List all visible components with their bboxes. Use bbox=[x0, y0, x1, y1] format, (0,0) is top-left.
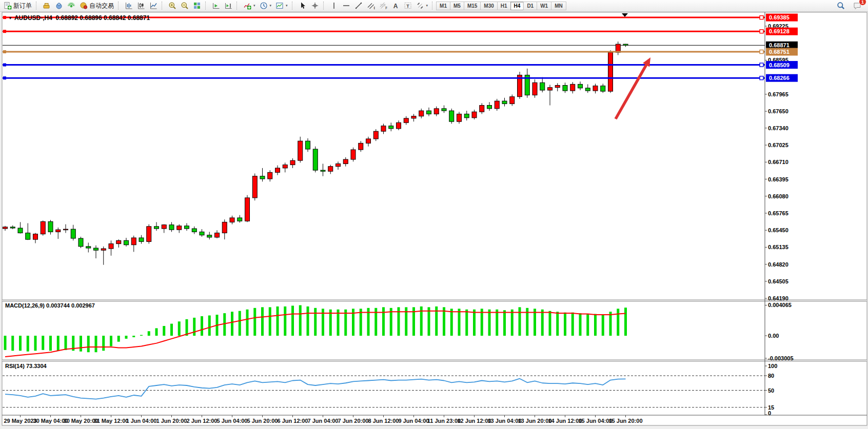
price-badge-label: 0.69385 bbox=[769, 14, 790, 21]
timeframe-m15-button[interactable]: M15 bbox=[464, 2, 481, 10]
timeframe-m30-button[interactable]: M30 bbox=[480, 2, 497, 10]
toolbar-auto-trading-label: 自动交易 bbox=[89, 2, 114, 10]
line-handle[interactable] bbox=[760, 76, 763, 80]
toolbar-vertical-line-button[interactable] bbox=[328, 0, 340, 11]
chevron-down-icon: ▾ bbox=[286, 4, 288, 8]
line-handle[interactable] bbox=[3, 16, 6, 19]
toolbar-trend-line-button[interactable] bbox=[352, 0, 365, 11]
toolbar-indicators-button[interactable]: ▾ bbox=[241, 0, 258, 11]
toolbar-cursor-button[interactable] bbox=[297, 0, 309, 11]
timeframe-w1-button[interactable]: W1 bbox=[537, 2, 551, 10]
toolbar-chart-shift-button[interactable] bbox=[222, 0, 234, 11]
candle bbox=[252, 176, 257, 198]
candle bbox=[434, 109, 439, 114]
candle bbox=[608, 52, 613, 91]
line-handle[interactable] bbox=[760, 30, 763, 33]
toolbar-new-order-button[interactable]: 新订单 bbox=[2, 0, 34, 11]
toolbar-zoom-out-button[interactable] bbox=[179, 0, 191, 11]
toolbar-line-chart-button[interactable] bbox=[147, 0, 160, 11]
toolbar-arrows-button[interactable]: ▾ bbox=[414, 0, 430, 11]
chat-button[interactable]: 1 bbox=[851, 0, 863, 11]
candle bbox=[26, 233, 30, 239]
toolbar-tile-windows-button[interactable] bbox=[191, 0, 203, 11]
price-tick-label: 0.66395 bbox=[768, 176, 788, 182]
toolbar-fibonacci-button[interactable]: F bbox=[377, 0, 389, 11]
chat-notification-badge: 1 bbox=[859, 0, 866, 6]
candle bbox=[366, 139, 371, 143]
toolbar-text-label-button[interactable]: T bbox=[402, 0, 414, 11]
candles-icon bbox=[137, 2, 145, 10]
timeframe-m5-button[interactable]: M5 bbox=[450, 2, 464, 10]
candle bbox=[404, 118, 408, 122]
chevron-down-icon: ▾ bbox=[253, 4, 255, 8]
line-handle[interactable] bbox=[3, 30, 6, 33]
time-tick-label: 9 Jun 04:00 bbox=[399, 418, 429, 424]
signals-icon bbox=[67, 2, 75, 10]
candle bbox=[116, 240, 121, 243]
candle bbox=[131, 238, 136, 245]
main-toolbar: 新订单自动交易▾▾▾EFAT▾M1M5M15M30H1H4D1W1MN1 bbox=[0, 0, 868, 12]
timeframe-h4-button[interactable]: H4 bbox=[510, 2, 524, 10]
candle bbox=[109, 244, 113, 249]
line-handle[interactable] bbox=[3, 50, 6, 53]
line-handle[interactable] bbox=[760, 50, 763, 54]
timeframe-mn-button[interactable]: MN bbox=[551, 2, 566, 10]
candle bbox=[578, 84, 583, 88]
toolbar-publisher-button[interactable] bbox=[53, 0, 65, 11]
line-handle[interactable] bbox=[3, 76, 6, 79]
time-tick-label: 1 Jun 04:00 bbox=[126, 418, 157, 424]
chart-symbol-title[interactable]: ▼AUDUSD-,H4 0.68892 0.68896 0.68842 0.68… bbox=[8, 14, 150, 22]
candle bbox=[321, 170, 325, 171]
toolbar-zoom-in-button[interactable] bbox=[166, 0, 179, 11]
chart-shift-icon bbox=[224, 2, 232, 10]
rsi-tick-label: 50 bbox=[768, 387, 774, 394]
timeframe-h1-button[interactable]: H1 bbox=[497, 2, 511, 10]
trendline-icon bbox=[354, 2, 363, 10]
bars-icon bbox=[125, 2, 133, 10]
toolbar-candles-chart-button[interactable] bbox=[135, 0, 147, 11]
toolbar-separator bbox=[118, 2, 121, 10]
toolbar-market-watch-button[interactable] bbox=[41, 0, 53, 11]
toolbar-templates-button[interactable]: ▾ bbox=[273, 0, 290, 11]
candle bbox=[230, 218, 234, 222]
toolbar-bars-chart-button[interactable] bbox=[123, 0, 135, 11]
time-tick-label: 13 Jun 04:00 bbox=[487, 418, 521, 424]
price-tick-label: 0.65450 bbox=[768, 227, 788, 233]
time-tick-label: 2 Jun 12:00 bbox=[187, 418, 218, 424]
price-tick-label: 0.67650 bbox=[768, 108, 788, 114]
line-handle[interactable] bbox=[3, 64, 6, 67]
line-handle[interactable] bbox=[760, 63, 763, 67]
macd-tick-label: 0.004065 bbox=[768, 302, 792, 308]
candle bbox=[555, 86, 560, 88]
search-button[interactable] bbox=[835, 0, 847, 11]
toolbar-signals-button[interactable] bbox=[65, 0, 77, 11]
candle bbox=[389, 126, 393, 129]
candle bbox=[480, 106, 484, 112]
label-t-icon: T bbox=[404, 2, 412, 10]
toolbar-equidistant-channel-button[interactable]: E bbox=[365, 0, 377, 11]
ohlc-values: 0.68892 0.68896 0.68842 0.68871 bbox=[56, 14, 150, 22]
candle bbox=[169, 225, 174, 230]
time-tick-label: 14 Jun 12:00 bbox=[548, 418, 582, 424]
toolbar-text-button[interactable]: A bbox=[389, 0, 402, 11]
line-handle[interactable] bbox=[760, 16, 763, 19]
toolbar-auto-scroll-button[interactable] bbox=[210, 0, 222, 11]
toolbar-crosshair-button[interactable] bbox=[309, 0, 321, 11]
line-chart-icon bbox=[149, 2, 157, 10]
rsi-indicator-label: RSI(14) 73.3304 bbox=[5, 363, 47, 369]
toolbar-periods-button[interactable]: ▾ bbox=[258, 0, 274, 11]
timeframe-d1-button[interactable]: D1 bbox=[523, 2, 537, 10]
timeframe-m1-button[interactable]: M1 bbox=[436, 2, 450, 10]
auto-scroll-icon bbox=[212, 2, 220, 10]
chart-canvas[interactable]: 0.692250.685950.679650.676500.673400.670… bbox=[0, 0, 868, 429]
toolbar-horizontal-line-button[interactable] bbox=[340, 0, 352, 11]
candle bbox=[570, 84, 575, 91]
candle bbox=[78, 238, 83, 247]
toolbar-separator bbox=[292, 2, 294, 10]
time-tick-label: 11 Jun 23:00 bbox=[427, 418, 461, 424]
toolbar-auto-trading-button[interactable]: 自动交易 bbox=[77, 0, 116, 11]
chart-window bbox=[2, 12, 867, 425]
symbol-dropdown-icon[interactable]: ▼ bbox=[8, 16, 12, 21]
time-tick-label: 31 May 12:00 bbox=[94, 418, 129, 424]
vline-icon bbox=[330, 2, 338, 10]
